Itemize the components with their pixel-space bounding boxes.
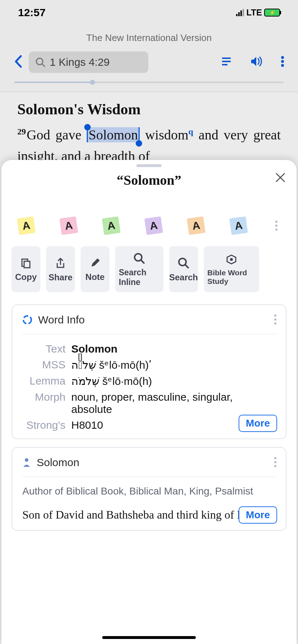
paragraph-view-button[interactable]: [221, 56, 232, 68]
svg-point-6: [281, 60, 284, 63]
highlight-more-button[interactable]: [273, 221, 280, 231]
footnote-marker[interactable]: q: [189, 127, 193, 136]
word-info-more-button[interactable]: More: [239, 415, 277, 432]
selected-word[interactable]: Solomon: [87, 127, 140, 142]
svg-point-16: [230, 258, 233, 261]
svg-point-7: [281, 64, 284, 67]
bio-description: Son of David and Bathsheba and third kin…: [22, 506, 276, 523]
share-icon: [55, 257, 66, 269]
svg-point-17: [23, 316, 31, 324]
highlight-purple[interactable]: A: [144, 216, 163, 235]
copy-icon: [21, 258, 31, 268]
reference-text: 1 Kings 4:29: [50, 56, 110, 68]
network-label: LTE: [246, 8, 262, 18]
bible-word-study-button[interactable]: Bible Word Study: [204, 246, 259, 292]
word-info-menu[interactable]: [274, 314, 276, 325]
passage-content: Solomon's Wisdom 29God gave Solomon wisd…: [0, 92, 298, 167]
word-info-table: Text Solomon MSS שְׁלֹמֹ֔ה šᵉlō·mō(h)ʹ L…: [22, 343, 276, 431]
share-button[interactable]: Share: [46, 246, 75, 292]
selection-handle-start[interactable]: [84, 124, 91, 130]
section-heading: Solomon's Wisdom: [17, 101, 281, 118]
home-indicator[interactable]: [102, 636, 196, 639]
pencil-icon: [90, 258, 100, 268]
search-icon: [35, 57, 45, 67]
bio-card: Solomon Author of Biblical Book, Biblica…: [12, 447, 286, 531]
highlight-yellow[interactable]: A: [17, 216, 36, 235]
study-icon: [226, 254, 237, 265]
status-right: LTE ⚡: [236, 8, 280, 18]
word-info-card: Word Info Text Solomon MSS שְׁלֹמֹ֔ה šᵉl…: [12, 304, 286, 439]
close-button[interactable]: [275, 172, 286, 184]
selection-handle-end[interactable]: [136, 140, 142, 147]
verse-number: 29: [17, 127, 26, 136]
card-title: Word Info: [38, 314, 85, 326]
highlight-palette: A A A A A A: [1, 188, 297, 246]
signal-icon: [236, 9, 244, 16]
reference-search[interactable]: 1 Kings 4:29: [29, 51, 148, 73]
svg-point-18: [25, 458, 28, 462]
copy-button[interactable]: Copy: [12, 246, 40, 292]
bio-more-button[interactable]: More: [239, 506, 277, 524]
svg-line-1: [42, 64, 45, 66]
bio-menu[interactable]: [274, 457, 276, 467]
highlight-green[interactable]: A: [102, 216, 121, 235]
person-icon: [22, 457, 31, 468]
sheet-grabber[interactable]: [136, 164, 162, 167]
search-button[interactable]: Search: [169, 246, 198, 292]
selection-sheet: “Solomon” A A A A A A Copy Share Note Se…: [1, 160, 297, 644]
search-icon: [178, 257, 189, 269]
search-inline-button[interactable]: Search Inline: [115, 246, 163, 292]
highlight-orange[interactable]: A: [187, 216, 206, 235]
reading-progress[interactable]: [14, 82, 284, 83]
highlight-pink[interactable]: A: [59, 216, 78, 235]
top-toolbar: 1 Kings 4:29: [0, 47, 298, 79]
bio-name: Solomon: [37, 456, 79, 469]
kebab-menu-button[interactable]: [281, 56, 284, 69]
sheet-title: “Solomon”: [1, 172, 297, 188]
audio-button[interactable]: [250, 56, 263, 69]
note-button[interactable]: Note: [81, 246, 109, 292]
battery-icon: ⚡: [264, 9, 280, 17]
search-icon: [134, 253, 145, 264]
svg-point-5: [281, 56, 284, 59]
back-button[interactable]: [14, 55, 22, 70]
action-row: Copy Share Note Search Inline Search Bib…: [1, 246, 297, 304]
word-info-icon: [22, 315, 32, 325]
highlight-blue[interactable]: A: [229, 216, 248, 235]
svg-line-13: [141, 260, 144, 263]
clock: 12:57: [18, 6, 46, 19]
svg-line-15: [185, 265, 188, 268]
svg-rect-11: [24, 261, 30, 268]
translation-label: The New International Version: [0, 25, 298, 47]
status-bar: 12:57 LTE ⚡: [0, 0, 298, 25]
bio-roles: Author of Biblical Book, Biblical Man, K…: [22, 486, 276, 497]
